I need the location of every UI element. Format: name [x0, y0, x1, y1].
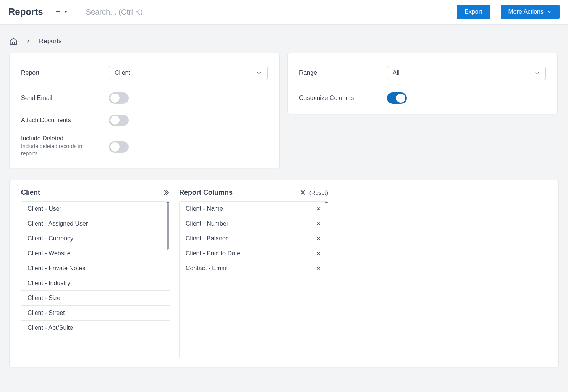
close-icon	[299, 189, 306, 196]
range-select-value: All	[393, 69, 400, 76]
plus-icon	[55, 8, 61, 15]
remove-column-button[interactable]	[316, 221, 322, 227]
breadcrumb: Reports	[0, 25, 568, 53]
report-select-value: Client	[115, 69, 130, 76]
new-report-button[interactable]	[55, 8, 68, 15]
range-card: Range All Customize Columns	[287, 53, 558, 114]
list-item[interactable]: Client - Balance	[180, 231, 328, 246]
list-item[interactable]: Client - Industry	[21, 276, 170, 291]
customize-columns-toggle[interactable]	[387, 92, 407, 104]
attach-docs-label: Attach Documents	[21, 117, 71, 123]
more-actions-button[interactable]: More Actions	[501, 5, 560, 19]
remove-column-button[interactable]	[316, 265, 322, 271]
list-item[interactable]: Client - Private Notes	[21, 261, 170, 276]
chevron-down-icon	[547, 9, 552, 15]
list-item[interactable]: Client - Size	[21, 291, 170, 306]
selected-columns-list: Client - NameClient - NumberClient - Bal…	[179, 201, 328, 358]
list-item[interactable]: Client - Website	[21, 246, 170, 261]
more-actions-label: More Actions	[508, 8, 544, 15]
export-button-label: Export	[464, 8, 482, 15]
list-item[interactable]: Client - Number	[180, 216, 328, 231]
list-item[interactable]: Client - User	[21, 202, 170, 216]
remove-column-button[interactable]	[316, 236, 322, 242]
report-settings-card: Report Client Send Email Attach Document…	[9, 53, 280, 168]
list-item-label: Client - Apt/Suite	[28, 324, 73, 331]
reset-columns-button[interactable]: (Reset)	[309, 189, 328, 196]
list-item-label: Contact - Email	[186, 265, 227, 272]
list-item[interactable]: Client - Assigned User	[21, 216, 170, 231]
export-button[interactable]: Export	[457, 5, 490, 19]
close-icon	[316, 265, 322, 271]
list-item-label: Client - Private Notes	[28, 265, 85, 272]
list-item[interactable]: Client - Street	[21, 306, 170, 321]
list-item[interactable]: Contact - Email	[180, 261, 328, 276]
report-select[interactable]: Client	[109, 66, 268, 80]
attach-documents-toggle[interactable]	[109, 115, 129, 126]
list-item[interactable]: Client - Name	[180, 202, 328, 216]
list-item-label: Client - Street	[28, 310, 65, 316]
header: Reports Export More Actions	[0, 0, 568, 25]
chevron-down-icon	[256, 70, 262, 76]
available-columns-title: Client	[21, 189, 40, 197]
list-item-label: Client - User	[28, 205, 61, 212]
send-email-label: Send Email	[21, 95, 52, 101]
list-item[interactable]: Client - Apt/Suite	[21, 321, 170, 335]
chevron-down-icon	[534, 70, 540, 76]
list-item-label: Client - Paid to Date	[186, 250, 240, 257]
add-all-columns-button[interactable]	[162, 189, 170, 196]
list-item-label: Client - Name	[186, 205, 223, 212]
columns-card: Client Client - UserClient - Assigned Us…	[9, 180, 559, 367]
remove-column-button[interactable]	[316, 206, 322, 212]
list-item-label: Client - Size	[28, 295, 60, 302]
clear-columns-button[interactable]	[299, 189, 306, 196]
range-select[interactable]: All	[387, 66, 546, 80]
list-item[interactable]: Client - Currency	[21, 231, 170, 246]
list-item-label: Client - Currency	[28, 235, 73, 242]
list-item-label: Client - Balance	[186, 235, 229, 242]
caret-down-icon	[64, 10, 68, 14]
home-icon[interactable]	[9, 37, 18, 45]
include-deleted-toggle[interactable]	[109, 141, 129, 153]
close-icon	[316, 250, 322, 256]
report-label: Report	[21, 69, 39, 76]
close-icon	[316, 236, 322, 242]
customize-columns-label: Customize Columns	[299, 95, 354, 101]
close-icon	[316, 206, 322, 212]
selected-columns-title: Report Columns	[179, 189, 233, 197]
remove-column-button[interactable]	[316, 250, 322, 256]
close-icon	[316, 221, 322, 227]
list-item-label: Client - Website	[28, 250, 71, 257]
send-email-toggle[interactable]	[109, 92, 129, 104]
breadcrumb-current: Reports	[39, 37, 62, 45]
list-item-label: Client - Industry	[28, 280, 70, 287]
available-columns-list: Client - UserClient - Assigned UserClien…	[21, 201, 170, 358]
list-item-label: Client - Number	[186, 220, 228, 227]
search-input[interactable]	[86, 8, 223, 16]
list-item-label: Client - Assigned User	[28, 220, 88, 227]
range-label: Range	[299, 69, 317, 76]
list-item[interactable]: Client - Paid to Date	[180, 246, 328, 261]
page-title: Reports	[8, 6, 43, 17]
chevron-right-icon	[25, 38, 31, 44]
include-deleted-sub: Include deleted records in reports	[21, 143, 86, 157]
include-deleted-label: Include Deleted	[21, 135, 63, 142]
chevron-double-right-icon	[162, 189, 170, 196]
